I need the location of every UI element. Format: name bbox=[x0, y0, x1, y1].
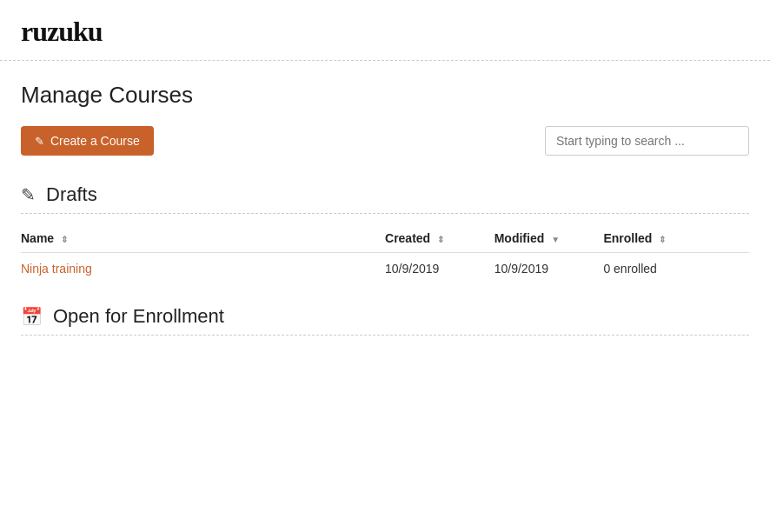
col-header-modified[interactable]: Modified ▼ bbox=[495, 223, 604, 253]
course-created-cell: 10/9/2019 bbox=[385, 253, 495, 285]
calendar-icon: 📅 bbox=[21, 306, 43, 327]
course-modified-cell: 10/9/2019 bbox=[495, 253, 604, 285]
sort-created-icon: ⇕ bbox=[437, 235, 444, 244]
course-name-cell[interactable]: Ninja training bbox=[21, 253, 385, 285]
col-header-enrolled[interactable]: Enrolled ⇕ bbox=[603, 223, 749, 253]
site-header: ruzuku bbox=[0, 0, 770, 61]
enrollment-section-header: 📅 Open for Enrollment bbox=[21, 305, 749, 336]
sort-modified-icon: ▼ bbox=[551, 235, 560, 244]
toolbar: ✎ Create a Course bbox=[21, 126, 749, 156]
sort-name-icon: ⇕ bbox=[61, 235, 68, 244]
drafts-table: Name ⇕ Created ⇕ Modified ▼ Enrolled ⇕ bbox=[21, 223, 749, 284]
enrollment-title: Open for Enrollment bbox=[53, 305, 224, 328]
edit-icon: ✎ bbox=[21, 184, 36, 205]
enrollment-section: 📅 Open for Enrollment bbox=[21, 305, 749, 336]
page-title: Manage Courses bbox=[21, 82, 749, 109]
drafts-title: Drafts bbox=[46, 183, 97, 206]
drafts-table-body: Ninja training 10/9/2019 10/9/2019 0 enr… bbox=[21, 253, 749, 285]
col-header-created[interactable]: Created ⇕ bbox=[385, 223, 495, 253]
create-course-button[interactable]: ✎ Create a Course bbox=[21, 126, 154, 156]
course-enrolled-cell: 0 enrolled bbox=[603, 253, 749, 285]
main-content: Manage Courses ✎ Create a Course ✎ Draft… bbox=[0, 61, 770, 336]
table-row: Ninja training 10/9/2019 10/9/2019 0 enr… bbox=[21, 253, 749, 285]
search-input[interactable] bbox=[545, 126, 749, 156]
drafts-section: ✎ Drafts Name ⇕ Created ⇕ Modified ▼ bbox=[21, 183, 749, 284]
sort-enrolled-icon: ⇕ bbox=[659, 235, 666, 244]
table-header-row: Name ⇕ Created ⇕ Modified ▼ Enrolled ⇕ bbox=[21, 223, 749, 253]
site-logo: ruzuku bbox=[21, 16, 749, 48]
col-header-name[interactable]: Name ⇕ bbox=[21, 223, 385, 253]
drafts-section-header: ✎ Drafts bbox=[21, 183, 749, 214]
pencil-icon: ✎ bbox=[35, 135, 44, 148]
